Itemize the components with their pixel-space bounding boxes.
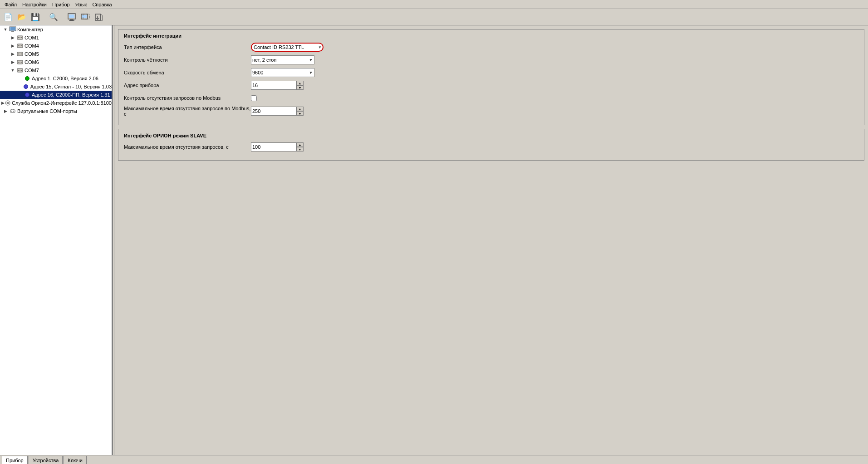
virtual-icon	[9, 107, 16, 115]
svg-point-32	[21, 70, 22, 71]
menu-file[interactable]: Файл	[2, 1, 20, 8]
tab-device[interactable]: Прибор	[2, 456, 28, 464]
tree-expand-com6[interactable]: ▶	[9, 59, 16, 66]
com7-icon	[16, 67, 24, 74]
export-button[interactable]	[93, 11, 105, 24]
svg-point-36	[13, 111, 14, 112]
svg-point-22	[18, 54, 19, 54]
tree-item-com1[interactable]: ▶ COM1	[0, 34, 112, 42]
device-address-down[interactable]: ▼	[296, 85, 304, 90]
orion-timeout-down[interactable]: ▼	[296, 147, 304, 151]
integration-section-title: Интерфейс интеграции	[124, 33, 858, 39]
menu-device[interactable]: Прибор	[49, 1, 73, 8]
interface-type-row: Тип интерфейса Contact ID RS232 TTL Modb…	[124, 42, 858, 52]
svg-point-19	[20, 45, 20, 46]
config2-button[interactable]	[79, 11, 92, 24]
tree-item-virtual[interactable]: ▶ Виртуальные COM-порты	[0, 107, 112, 115]
device-address-input[interactable]	[251, 81, 296, 90]
device-address-up[interactable]: ▲	[296, 81, 304, 85]
speed-row: Скорость обмена 9600 19200 38400 115200 …	[124, 68, 858, 78]
tree-label-addr1: Адрес 1, C2000, Версия 2.06	[31, 76, 98, 81]
main-layout: ▼ Компьютер ▶	[0, 25, 868, 455]
svg-rect-1	[69, 15, 74, 18]
menu-settings[interactable]: Настройки	[20, 1, 49, 8]
open-button[interactable]: 📂	[15, 11, 28, 24]
tree-label-service: Служба Орион2-Интерфейс 127.0.0.1:8100	[11, 100, 112, 106]
svg-point-24	[21, 54, 22, 54]
tree-item-addr15[interactable]: ▶ Адрес 15, Сигнал - 10, Версия 1.03	[0, 83, 112, 91]
tree-item-com7[interactable]: ▼ COM7	[0, 66, 112, 74]
tree-label-computer: Компьютер	[16, 27, 43, 32]
tree-label-com1: COM1	[24, 35, 39, 40]
content-area: Интерфейс интеграции Тип интерфейса Cont…	[114, 25, 868, 455]
tree-label-com6: COM6	[24, 59, 39, 65]
bottom-tabs: Прибор Устройства Ключи	[0, 455, 868, 464]
modbus-timeout-up[interactable]: ▲	[296, 107, 304, 111]
svg-rect-2	[70, 20, 74, 20]
tree-expand-addr15[interactable]: ▶	[15, 83, 22, 90]
tab-devices[interactable]: Устройства	[29, 456, 63, 464]
toolbar: 📄 📂 💾 🔍	[0, 9, 868, 25]
tree-expand-addr1[interactable]: ▶	[16, 75, 24, 82]
tree-item-service[interactable]: ▶ Служба Орион2-Интерфейс 127.0.0.1:8100	[0, 99, 112, 107]
parity-row: Контроль чётности нет, 2 стоп нечётность…	[124, 55, 858, 65]
tree-expand-virtual[interactable]: ▶	[2, 107, 9, 115]
tree-item-com6[interactable]: ▶ COM6	[0, 58, 112, 66]
speed-wrapper: 9600 19200 38400 115200 ▼	[251, 68, 314, 77]
svg-marker-8	[101, 14, 103, 20]
tree-label-virtual: Виртуальные COM-порты	[16, 108, 77, 114]
orion-timeout-row: Максимальное время отсутствия запросов, …	[124, 142, 858, 152]
svg-point-20	[21, 45, 22, 46]
svg-point-23	[20, 54, 20, 54]
modbus-timeout-label: Максимальное время отсутствия запросов п…	[124, 106, 251, 117]
tab-keys[interactable]: Ключи	[64, 456, 87, 464]
parity-select[interactable]: нет, 2 стоп нечётность чётность	[251, 55, 314, 64]
tree-label-com7: COM7	[24, 68, 39, 73]
svg-rect-12	[10, 32, 15, 32]
tree-expand-addr16[interactable]: ▶	[16, 91, 24, 98]
com5-icon	[16, 50, 24, 58]
tree-expand-com1[interactable]: ▶	[9, 34, 16, 41]
tree-expand-service[interactable]: ▶	[1, 99, 5, 107]
modbus-timeout-spinbox: ▲ ▼	[251, 107, 304, 116]
tree-expand-com5[interactable]: ▶	[9, 50, 16, 58]
device-address-spinbox-btns: ▲ ▼	[296, 81, 304, 90]
addr15-icon	[22, 83, 29, 90]
modbus-check-checkbox[interactable]	[251, 95, 257, 101]
svg-point-18	[18, 45, 19, 46]
svg-point-14	[18, 37, 19, 38]
tree-expand-computer[interactable]: ▼	[2, 26, 9, 33]
tree-expand-com4[interactable]: ▶	[9, 42, 16, 49]
tree-item-addr1[interactable]: ▶ Адрес 1, C2000, Версия 2.06	[0, 74, 112, 83]
tree-item-addr16[interactable]: ▶ Адрес 16, C2000-ПП, Версия 1.31	[0, 91, 112, 99]
modbus-check-label: Контроль отсутствия запросов по Modbus	[124, 95, 251, 101]
save-button[interactable]: 💾	[29, 11, 42, 24]
search-button[interactable]: 🔍	[47, 11, 60, 24]
menu-language[interactable]: Язык	[73, 1, 90, 8]
tree-root-computer[interactable]: ▼ Компьютер	[0, 25, 112, 34]
orion-timeout-label: Максимальное время отсутствия запросов, …	[124, 144, 251, 150]
modbus-timeout-down[interactable]: ▼	[296, 111, 304, 116]
speed-select[interactable]: 9600 19200 38400 115200	[251, 68, 314, 77]
addr1-icon	[24, 75, 31, 82]
device-address-label: Адрес прибора	[124, 83, 251, 88]
tree-item-com4[interactable]: ▶ COM4	[0, 42, 112, 50]
com4-icon	[16, 42, 24, 49]
interface-type-select[interactable]: Contact ID RS232 TTL Modbus RTU ОРИОН Не…	[251, 43, 324, 52]
svg-rect-34	[10, 110, 15, 112]
orion-timeout-up[interactable]: ▲	[296, 142, 304, 147]
service-icon	[5, 99, 11, 107]
svg-rect-3	[69, 20, 74, 21]
config1-button[interactable]	[65, 11, 78, 24]
integration-section: Интерфейс интеграции Тип интерфейса Cont…	[118, 29, 864, 125]
parity-label: Контроль чётности	[124, 57, 251, 63]
modbus-timeout-input[interactable]	[251, 107, 296, 116]
device-address-row: Адрес прибора ▲ ▼	[124, 80, 858, 90]
svg-point-30	[18, 70, 19, 71]
tree-item-com5[interactable]: ▶ COM5	[0, 50, 112, 58]
svg-rect-10	[10, 27, 15, 30]
menu-help[interactable]: Справка	[89, 1, 114, 8]
new-button[interactable]: 📄	[2, 11, 15, 24]
tree-expand-com7[interactable]: ▼	[9, 67, 16, 74]
orion-timeout-input[interactable]	[251, 142, 296, 151]
